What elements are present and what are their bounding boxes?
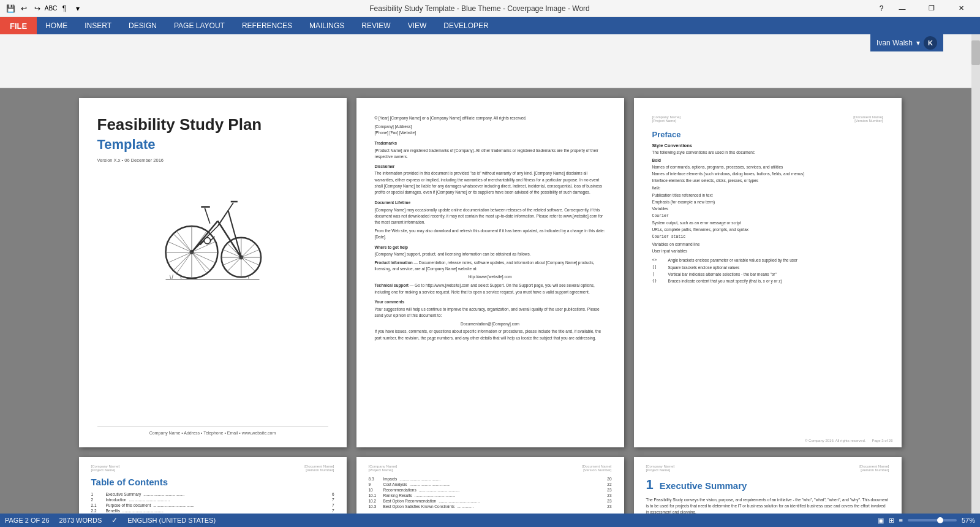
- zoom-slider[interactable]: [908, 519, 957, 521]
- exec-version: [Version Number]: [859, 468, 889, 472]
- cover-subtitle: Template: [97, 137, 328, 153]
- where-title: Where to get help: [375, 245, 606, 251]
- courier-desc2: URLs, complete paths, filenames, prompts…: [652, 227, 883, 232]
- legal-text: © [Year] [Company Name] or a [Company Na…: [375, 115, 606, 341]
- scrollbar[interactable]: [971, 34, 980, 514]
- tab-page-layout[interactable]: PAGE LAYOUT: [165, 17, 233, 34]
- bold-desc3: Interface elements the user selects, cli…: [652, 178, 883, 183]
- exec-section-title: Executive Summary: [660, 480, 747, 491]
- legal-page: © [Year] [Company Name] or a [Company Na…: [356, 98, 624, 447]
- preface-header-left: [Company Name] [Project Name]: [652, 115, 681, 123]
- preface-title: Preface: [652, 130, 883, 139]
- close-button[interactable]: ✕: [947, 0, 975, 17]
- zoom-level: 57%: [962, 517, 975, 524]
- exec-body-text: The Feasibility Study conveys the vision…: [646, 497, 889, 515]
- comments-text: Your suggestions will help us continue t…: [375, 306, 606, 319]
- style-section: Style Conventions: [652, 143, 883, 148]
- project-name-header: [Project Name]: [652, 119, 681, 123]
- dropdown-icon[interactable]: ▾: [916, 39, 920, 47]
- courier-item: Courier: [652, 213, 883, 219]
- tab-review[interactable]: REVIEW: [353, 17, 399, 34]
- page-footer: © Company 2016. All rights reserved. Pag…: [805, 439, 893, 442]
- spellcheck-icon[interactable]: ABC: [45, 3, 56, 14]
- svg-line-18: [192, 221, 218, 252]
- tab-mailings[interactable]: MAILINGS: [301, 17, 353, 34]
- version-header: [Version Number]: [853, 119, 883, 123]
- trademarks-text: [Product Name] are registered trademarks…: [375, 148, 606, 160]
- italic-item: Italic: [652, 185, 883, 191]
- format-painter-icon[interactable]: ¶: [59, 3, 70, 14]
- help-icon[interactable]: ?: [876, 3, 887, 14]
- cover-footer: Company Name • Address • Telephone • Ema…: [97, 427, 328, 435]
- tech-support-title: Technical support: [375, 283, 409, 287]
- footer-copyright: © Company 2016. All rights reserved.: [805, 439, 865, 442]
- spell-check-icon[interactable]: ✓: [111, 516, 118, 525]
- website-url: http://www.[website].com: [375, 274, 606, 280]
- more-icon[interactable]: ▾: [72, 3, 83, 14]
- toc-version: [Version Number]: [304, 468, 334, 472]
- exec-project: [Project Name]: [646, 468, 675, 472]
- tab-view[interactable]: VIEW: [399, 17, 435, 34]
- tech-support: Technical support — Go to http://www.[we…: [375, 282, 606, 295]
- tab-developer[interactable]: DEVELOPER: [435, 17, 497, 34]
- disclaimer-title: Disclaimer: [375, 164, 606, 170]
- cover-page-content: Feasibility Study Plan Template Version …: [79, 98, 347, 447]
- italic-desc2: Emphasis (for example a new term): [652, 199, 883, 205]
- toc-mid-102: 10.2Best Option Recommendation..........…: [369, 499, 612, 503]
- phone-text: [Phone] [Fax] [Website]: [375, 130, 606, 136]
- cover-page: Feasibility Study Plan Template Version …: [79, 98, 347, 447]
- comments-text2: If you have issues, comments, or questio…: [375, 328, 606, 341]
- undo-icon[interactable]: ↩: [18, 3, 29, 14]
- scroll-thumb[interactable]: [971, 40, 980, 65]
- redo-icon[interactable]: ↪: [32, 3, 43, 14]
- copyright-text: © [Year] [Company Name] or a [Company Na…: [375, 115, 606, 121]
- italic-desc1: Publication titles referenced in text: [652, 192, 883, 198]
- toc-item-2: 2Introduction...........................…: [91, 498, 334, 502]
- view-print-icon[interactable]: ▣: [878, 517, 884, 525]
- email-text: Documentation@[Company].com: [375, 321, 606, 327]
- svg-line-21: [218, 210, 228, 226]
- zoom-thumb: [937, 517, 943, 523]
- exec-header: [Company Name] [Project Name] [Document …: [646, 464, 889, 472]
- file-tab[interactable]: FILE: [0, 17, 37, 34]
- sym-angle: <>Angle brackets enclose parameter or va…: [652, 257, 883, 263]
- courier-desc1: System output, such as an error message …: [652, 220, 883, 226]
- toc-mid-version: [Version Number]: [582, 468, 611, 472]
- view-web-icon[interactable]: ⊞: [889, 517, 894, 525]
- italic-desc3: Variables: [652, 206, 883, 211]
- svg-line-19: [218, 221, 241, 257]
- tab-references[interactable]: REFERENCES: [233, 17, 301, 34]
- svg-line-25: [228, 202, 234, 210]
- minimize-button[interactable]: —: [888, 0, 916, 17]
- tab-insert[interactable]: INSERT: [76, 17, 120, 34]
- document-area: Feasibility Study Plan Template Version …: [0, 88, 980, 525]
- page-info: PAGE 2 OF 26: [5, 517, 50, 524]
- maximize-button[interactable]: ❐: [918, 0, 946, 17]
- language: ENGLISH (UNITED STATES): [127, 517, 216, 524]
- svg-line-32: [172, 275, 173, 279]
- bold-item: Bold: [652, 157, 883, 163]
- view-outline-icon[interactable]: ≡: [899, 517, 903, 524]
- toc-title: Table of Contents: [91, 477, 334, 487]
- tab-design[interactable]: DESIGN: [120, 17, 165, 34]
- status-bar: PAGE 2 OF 26 2873 WORDS ✓ ENGLISH (UNITE…: [0, 514, 980, 527]
- company-text: [Company] [Address]: [375, 124, 606, 130]
- svg-line-31: [170, 275, 171, 279]
- svg-line-22: [228, 210, 241, 257]
- toc-mid-9: 9Cost Analysis..........................…: [369, 482, 612, 487]
- doc-lifetime-text: [Company Name] may occasionally update o…: [375, 207, 606, 226]
- disclaimer-text: The information provided in this documen…: [375, 170, 606, 196]
- tab-home[interactable]: HOME: [37, 17, 76, 34]
- window-title: Feasibility Study Template - Blue Theme …: [83, 4, 876, 13]
- toc-item-1-title: Executive Summary: [106, 492, 141, 496]
- toc-mid-83: 8.3Impacts..............................…: [369, 477, 612, 481]
- symbols-section: <>Angle brackets enclose parameter or va…: [652, 257, 883, 283]
- preface-page: [Company Name] [Project Name] [Document …: [634, 98, 902, 447]
- where-text: [Company Name] support, product, and lic…: [375, 251, 606, 257]
- toc-item-21: 2.1Purpose of this document.............…: [91, 503, 334, 507]
- toc-mid-101: 10.1Ranking Results.....................…: [369, 493, 612, 498]
- save-icon[interactable]: 💾: [5, 3, 16, 14]
- comments-title: Your comments: [375, 299, 606, 305]
- bold-desc1: Names of commands, options, programs, pr…: [652, 164, 883, 170]
- style-intro: The following style conventions are used…: [652, 150, 883, 155]
